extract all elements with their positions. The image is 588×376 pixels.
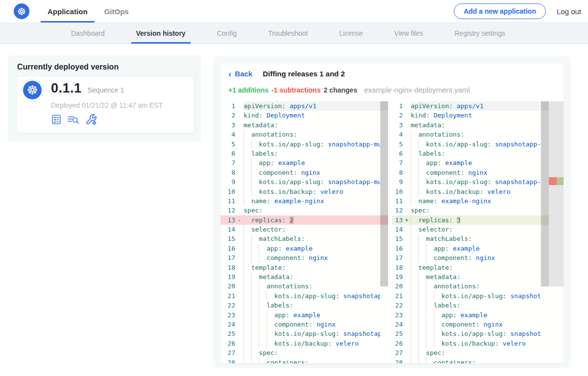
preflight-checklist-icon[interactable] <box>51 114 62 125</box>
diff-line-left-16: 16app: example <box>220 244 388 253</box>
diff-sign-empty <box>235 291 244 301</box>
diff-sign-empty <box>235 253 244 262</box>
diff-sign-empty <box>403 101 411 111</box>
diff-line-left-3: 3metadata: <box>220 120 388 130</box>
diff-sign-empty <box>403 282 411 291</box>
diff-line-left-28: 28containers: <box>220 358 388 363</box>
diff-line-right-14: 14selector: <box>392 225 564 234</box>
line-number: 18 <box>220 263 235 272</box>
diff-line-left-9: 9kots.io/app-slug: snapshotapp-mu <box>220 177 388 187</box>
line-number: 4 <box>392 130 403 139</box>
line-number: 17 <box>392 253 403 262</box>
diff-sign-empty <box>235 120 244 130</box>
code-text: kots.io/backup: velero <box>244 339 380 348</box>
version-action-icons <box>51 114 97 125</box>
line-number: 20 <box>392 282 403 291</box>
line-number: 28 <box>392 358 403 363</box>
sub-tab-view-files[interactable]: View files <box>390 23 428 44</box>
line-number: 26 <box>392 339 403 348</box>
diff-sign: - <box>235 215 244 225</box>
diff-line-right-4: 4annotations: <box>392 130 564 139</box>
diff-line-left-6: 6labels: <box>220 149 388 158</box>
code-text: kots.io/app-slug: snapshotapp-mu <box>244 140 380 149</box>
diff-sign-empty <box>403 196 411 206</box>
diff-sign-empty <box>235 234 244 243</box>
view-logs-icon[interactable] <box>67 114 80 125</box>
kubernetes-logo-icon[interactable]: ☸ <box>14 3 29 19</box>
sub-tab-dashboard[interactable]: Dashboard <box>66 23 110 44</box>
diff-sign-empty <box>403 130 411 139</box>
diff-sign-empty <box>403 168 411 177</box>
sub-tab-registry-settings[interactable]: Registry settings <box>449 23 510 44</box>
diff-sign-empty <box>235 225 244 234</box>
diff-sign-empty <box>403 111 411 120</box>
line-number: 2 <box>220 111 235 120</box>
sub-tab-license[interactable]: License <box>334 23 368 44</box>
line-number: 8 <box>220 168 235 177</box>
code-text: replicas: 3 <box>411 215 541 225</box>
diff-sign-empty <box>235 158 244 167</box>
top-nav-tabs: ApplicationGitOps <box>41 0 139 23</box>
diff-pane-modified[interactable]: 1apiVersion: apps/v12kind: Deployment3me… <box>392 101 564 363</box>
diff-line-left-23: 23app: example <box>220 310 388 320</box>
diff-sign-empty <box>403 140 411 149</box>
top-nav: ☸ ApplicationGitOps Add a new applicatio… <box>0 0 588 23</box>
line-number: 21 <box>392 291 403 301</box>
code-text: app: example <box>244 244 380 253</box>
overview-del-marker <box>549 177 557 185</box>
diff-line-right-5: 5kots.io/app-slug: snapshotapp-mu <box>392 140 564 149</box>
code-text: component: nginx <box>244 253 380 262</box>
diff-sign-empty <box>235 310 244 320</box>
logout-link[interactable]: Log out <box>557 7 581 16</box>
sub-tab-troubleshoot[interactable]: Troubleshoot <box>263 23 313 44</box>
scrollbar-thumb-right[interactable] <box>541 101 549 286</box>
code-text: kots.io/app-slug: snapshotap <box>244 329 380 338</box>
main-content: Currently deployed version ☸ 0.1.1 Seque… <box>0 44 588 376</box>
diff-sign-empty <box>403 120 411 130</box>
diff-line-right-25: 25kots.io/app-slug: snapshotap <box>392 329 564 338</box>
code-text: component: nginx <box>244 168 380 177</box>
diff-sign-empty <box>403 310 411 320</box>
top-tab-gitops[interactable]: GitOps <box>98 0 136 23</box>
line-number: 3 <box>392 120 403 130</box>
code-text: name: example-nginx <box>411 196 541 206</box>
diff-line-right-20: 20annotations: <box>392 282 564 291</box>
diff-sign-empty <box>403 149 411 158</box>
line-number: 13 <box>392 215 403 225</box>
sub-tab-config[interactable]: Config <box>212 23 242 44</box>
diff-sign-empty <box>403 272 411 282</box>
code-text: kots.io/app-slug: snapshotapp-mu <box>411 140 541 149</box>
sub-tab-version-history[interactable]: Version history <box>131 23 191 44</box>
diff-line-left-5: 5kots.io/app-slug: snapshotapp-mu <box>220 140 388 149</box>
diff-line-left-20: 20annotations: <box>220 282 388 291</box>
line-number: 15 <box>220 234 235 243</box>
diff-line-left-2: 2kind: Deployment <box>220 111 388 120</box>
code-text: app: example <box>411 158 541 167</box>
back-link[interactable]: ‹ Back <box>228 70 252 78</box>
diff-line-left-19: 19metadata: <box>220 272 388 282</box>
diff-sign-empty <box>403 158 411 167</box>
version-number: 0.1.1 <box>51 81 82 96</box>
diff-line-left-7: 7app: example <box>220 158 388 167</box>
diff-sign-empty <box>235 149 244 158</box>
diff-line-left-18: 18template: <box>220 263 388 272</box>
line-number: 11 <box>220 196 235 206</box>
changes-count: 2 changes <box>323 86 357 94</box>
diff-line-right-9: 9kots.io/app-slug: snapshotapp-mu <box>392 177 564 187</box>
line-number: 21 <box>220 291 235 301</box>
diff-sign-empty <box>235 339 244 348</box>
diff-line-right-6: 6labels: <box>392 149 564 158</box>
diff-pane-original[interactable]: 1apiVersion: apps/v12kind: Deployment3me… <box>220 101 388 363</box>
code-text: selector: <box>244 225 380 234</box>
top-tab-application[interactable]: Application <box>41 0 95 23</box>
line-number: 26 <box>220 339 235 348</box>
diff-sign-empty <box>235 187 244 196</box>
config-tools-icon[interactable] <box>85 114 97 125</box>
add-application-button[interactable]: Add a new application <box>454 3 546 19</box>
line-number: 27 <box>220 348 235 357</box>
top-nav-right: Add a new application Log out <box>454 0 588 23</box>
line-number: 10 <box>220 187 235 196</box>
scrollbar-thumb-left[interactable] <box>380 101 388 286</box>
diff-line-right-3: 3metadata: <box>392 120 564 130</box>
line-number: 7 <box>392 158 403 167</box>
